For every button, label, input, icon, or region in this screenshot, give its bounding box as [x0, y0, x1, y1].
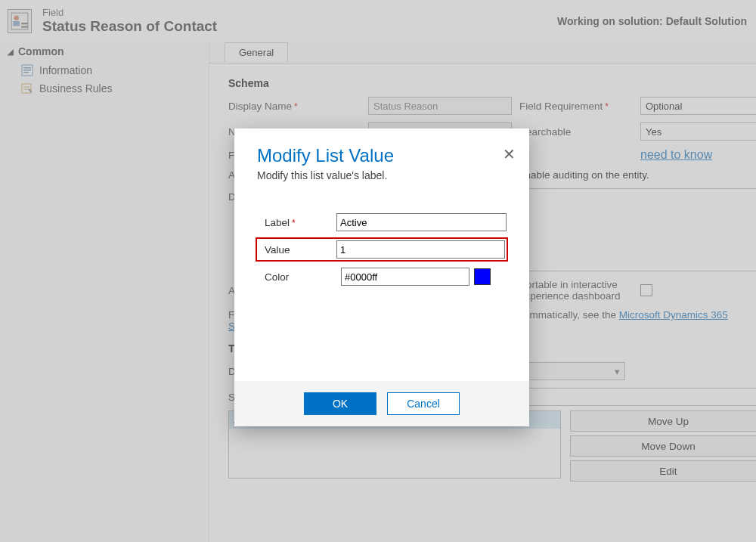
modal-color-input[interactable]	[341, 268, 469, 286]
modal-label-input[interactable]	[336, 213, 507, 231]
modal-color-label: Color	[265, 271, 336, 283]
color-swatch[interactable]	[474, 268, 491, 285]
modal-value-label: Value	[265, 244, 336, 256]
modal-value-input[interactable]	[336, 240, 505, 259]
dialog-title: Modify List Value	[257, 145, 507, 166]
ok-button[interactable]: OK	[304, 392, 376, 415]
close-icon[interactable]: ✕	[503, 145, 516, 163]
modal-label-label: Label	[265, 217, 336, 228]
modify-list-value-dialog: Modify List Value Modify this list value…	[234, 129, 529, 426]
cancel-button[interactable]: Cancel	[387, 392, 460, 415]
dialog-subtitle: Modify this list value's label.	[257, 169, 507, 181]
